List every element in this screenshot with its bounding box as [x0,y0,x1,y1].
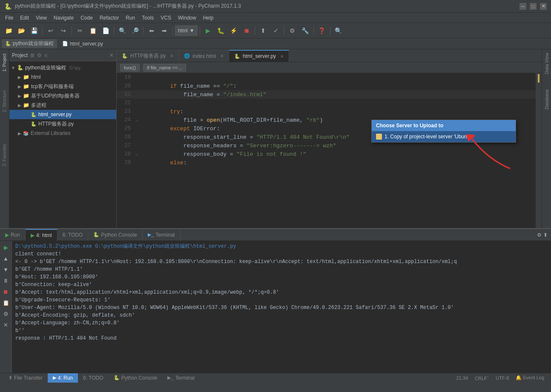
toolbar-copy[interactable]: 📋 [87,25,99,37]
toolbar-settings[interactable]: ⚙ [287,25,298,37]
toolbar-open[interactable]: 📂 [15,25,27,37]
toolbar-vcs-update[interactable]: ⬆ [257,25,269,37]
bottom-tab-todo[interactable]: 6: TODO [57,229,89,241]
project-breadcrumb-tab[interactable]: 🐍 python就业班编程 [2,39,57,48]
status-event-log[interactable]: 🔔 Event Log [516,375,544,381]
menu-run[interactable]: Run [122,13,138,23]
sidebar-item-structure[interactable]: 2: Structure [1,88,8,115]
toolbar-stop[interactable]: ⏹ [241,25,253,37]
code-line-21: 21 file_name = "/index.html" [117,90,542,99]
run-dump-threads-btn[interactable]: 📋 [1,298,11,307]
bottom-maximize-btn[interactable]: ⬆ [543,232,548,238]
menu-tools[interactable]: Tools [138,13,157,23]
run-stop-btn[interactable]: ⏹ [1,287,11,296]
project-header-icon1[interactable]: ⊞ [30,52,34,58]
sidebar-item-project[interactable]: 1: Project [1,51,8,74]
toolbar-redo[interactable]: ↪ [57,25,69,37]
editor-scrollbar[interactable] [536,73,542,228]
maximize-button[interactable]: □ [530,3,537,10]
toolbar-undo[interactable]: ↩ [45,25,57,37]
tab-html-server-icon: 🐍 [234,54,240,59]
project-header-icon3[interactable]: ≡ [44,52,47,58]
project-header-icon2[interactable]: ⚙ [37,52,42,58]
toolbar-new-project[interactable]: 📁 [3,25,14,37]
bottom-settings-btn[interactable]: ⚙ [537,232,542,238]
status-tab-run[interactable]: ▶ 4: Run [48,373,78,383]
run-close-btn[interactable]: ✕ [1,320,11,329]
menu-help[interactable]: Help [200,13,217,23]
run-path-link[interactable]: D:\python3.5.2\python.exe G:\python编译文件\… [15,243,236,249]
right-tab-data-view[interactable]: Data View [543,49,550,77]
tree-item-html[interactable]: ▶ 📁 html [9,72,116,82]
code-line-29: 29 else: [117,158,542,167]
code-content[interactable]: 19 20 if file_name == "/": 21 file_name [117,73,542,228]
toolbar-back[interactable]: ⬅ [146,25,158,37]
bottom-tab-html-run[interactable]: ▶ 4: html [26,229,57,241]
toolbar-paste[interactable]: 📄 [100,25,112,37]
chevron-down-icon: ▼ [189,28,195,34]
toolbar-replace[interactable]: 🔎 [129,25,141,37]
run-scroll-down-btn[interactable]: ▼ [1,265,11,274]
window-controls[interactable]: ─ □ ✕ [519,3,547,10]
tab-html-close[interactable]: ✕ [220,54,224,58]
minimize-button[interactable]: ─ [519,3,526,10]
toolbar-run[interactable]: ▶ [202,25,214,37]
project-header-icon4[interactable]: ✕ [109,52,114,58]
menu-vcs[interactable]: VCS [157,13,175,23]
tree-item-ext-libs[interactable]: ▶ 📚 External Libraries [9,129,116,138]
tab-http-server[interactable]: 🐍 HTTP服务器.py ✕ [117,50,179,62]
file-breadcrumb-tab[interactable]: 📄 html_server.py [59,40,106,48]
tree-item-tcp[interactable]: ▶ 📁 tcp客户端和服务端 [9,82,116,91]
tab-index-html[interactable]: 🌐 index.html ✕ [179,50,229,62]
status-tab-terminal[interactable]: ▶_ Terminal [162,373,199,383]
tab-html-server-close[interactable]: ✕ [280,54,284,59]
bottom-tab-run[interactable]: ▶ Run [0,229,26,241]
status-tab-todo[interactable]: 6: TODO [78,373,109,383]
menu-file[interactable]: File [2,13,17,23]
sidebar-item-favorites[interactable]: Z: Favorites [1,141,8,169]
toolbar-sdk[interactable]: 🔧 [299,25,311,37]
toolbar-cut[interactable]: ✂ [74,25,86,37]
tree-item-multiprocess[interactable]: ▶ 📁 多进程 [9,100,116,110]
tree-item-html-label: html [31,74,41,80]
tab-html-server-active[interactable]: 🐍 html_server.py ✕ [229,50,289,62]
close-button[interactable]: ✕ [540,3,547,10]
popup-server-item[interactable]: 1. Copy of project-level server 'Ubuntu' [372,131,516,142]
toolbar-html-dropdown[interactable]: html ▼ [175,26,198,36]
bottom-tab-python-console[interactable]: 🐍 Python Console [88,229,143,241]
menu-window[interactable]: Window [175,13,200,23]
run-settings-btn[interactable]: ⚙ [1,309,11,318]
toolbar-find[interactable]: 🔍 [116,25,128,37]
toolbar-vcs-commit[interactable]: ✓ [270,25,282,37]
menu-refactor[interactable]: Refactor [96,13,122,23]
menu-code[interactable]: Code [77,13,96,23]
menu-navigate[interactable]: Navigate [50,13,77,23]
toolbar-run-with-coverage[interactable]: ⚡ [228,25,240,37]
status-run-icon: ▶ [53,375,56,381]
tree-item-html-server[interactable]: 🐍 html_server.py [9,110,116,119]
right-tab-database[interactable]: Database [543,86,550,113]
run-play-btn[interactable]: ▶ [1,243,11,252]
toolbar-search-everywhere[interactable]: 🔍 [333,25,344,37]
status-tab-file-transfer[interactable]: ⬆ File Transfer [3,373,48,383]
tree-root[interactable]: ▼ 🐍 python就业班编程 G:\py [9,63,116,72]
run-line-10: b'Accept-Encoding: gzip, deflate, sdch' [15,312,548,319]
toolbar-save[interactable]: 💾 [28,25,40,37]
menu-edit[interactable]: Edit [17,13,32,23]
toolbar-forward[interactable]: ➡ [158,25,170,37]
run-output[interactable]: D:\python3.5.2\python.exe G:\python编译文件\… [12,241,551,373]
breadcrumb-path[interactable]: if file_name ==… [143,64,186,72]
breadcrumb-func[interactable]: func() [120,64,140,72]
toolbar-help[interactable]: ❓ [316,25,328,37]
line-code-23: try: [142,107,542,116]
tree-item-udp[interactable]: ▶ 📁 基于UDP的tftp服务器 [9,91,116,100]
menu-view[interactable]: View [32,13,50,23]
run-pause-btn[interactable]: ⏸ [1,276,11,285]
tab-http-close[interactable]: ✕ [170,54,173,58]
bottom-tab-terminal[interactable]: ▶_ Terminal [143,229,180,241]
tree-item-http-server[interactable]: 🐍 HTTP服务器.py [9,119,116,129]
run-scroll-up-btn[interactable]: ▲ [1,254,11,263]
line-num-24: 24 [117,116,136,124]
toolbar-debug[interactable]: 🐛 [215,25,227,37]
status-tab-python-console[interactable]: 🐍 Python Console [109,373,163,383]
